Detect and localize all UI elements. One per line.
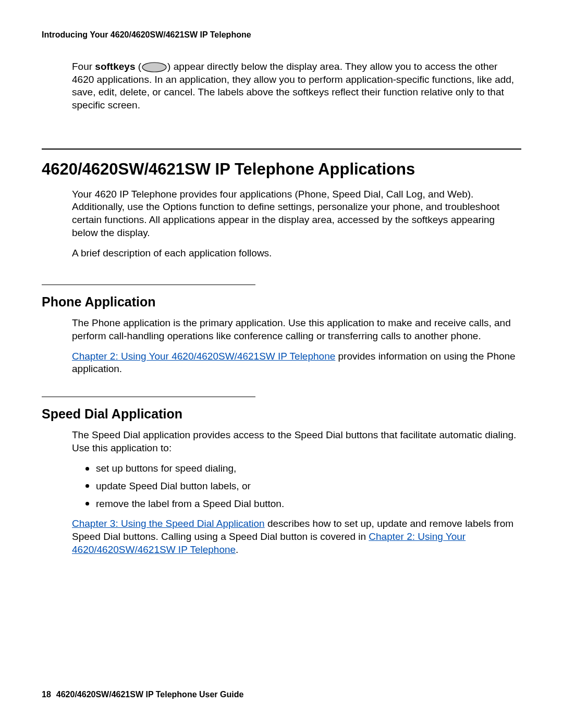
- phone-body: The Phone application is the primary app…: [72, 317, 521, 376]
- speed-bullet-list: set up buttons for speed dialing, update…: [72, 462, 521, 510]
- subsection-title-speed-dial: Speed Dial Application: [42, 406, 521, 422]
- section-para2: A brief description of each application …: [72, 247, 521, 260]
- phone-para2: Chapter 2: Using Your 4620/4620SW/4621SW…: [72, 350, 521, 376]
- section-para1: Your 4620 IP Telephone provides four app…: [72, 188, 521, 240]
- page-footer: 184620/4620SW/4621SW IP Telephone User G…: [42, 690, 243, 699]
- list-item: remove the label from a Speed Dial butto…: [96, 497, 521, 511]
- link-chapter3-speed-dial[interactable]: Chapter 3: Using the Speed Dial Applicat…: [72, 518, 265, 529]
- intro-text-lead-b: (: [135, 61, 141, 72]
- link-chapter2-phone[interactable]: Chapter 2: Using Your 4620/4620SW/4621SW…: [72, 351, 335, 362]
- intro-paragraph: Four softkeys ( ) appear directly below …: [72, 60, 521, 112]
- speed-para2-tail: .: [236, 544, 238, 555]
- list-item: set up buttons for speed dialing,: [96, 462, 521, 475]
- speed-para1: The Speed Dial application provides acce…: [72, 429, 521, 454]
- speed-body: The Speed Dial application provides acce…: [72, 429, 521, 556]
- section-body: Your 4620 IP Telephone provides four app…: [72, 188, 521, 260]
- speed-para2: Chapter 3: Using the Speed Dial Applicat…: [72, 517, 521, 556]
- phone-para1: The Phone application is the primary app…: [72, 317, 521, 342]
- document-page: Introducing Your 4620/4620SW/4621SW IP T…: [0, 0, 563, 728]
- list-item: update Speed Dial button labels, or: [96, 479, 521, 493]
- svg-point-0: [142, 63, 166, 72]
- subsection-divider: [42, 397, 255, 397]
- page-number: 18: [42, 690, 51, 699]
- subsection-title-phone: Phone Application: [42, 294, 521, 310]
- footer-guide-title: 4620/4620SW/4621SW IP Telephone User Gui…: [56, 690, 244, 699]
- subsection-divider: [42, 285, 255, 285]
- section-title-applications: 4620/4620SW/4621SW IP Telephone Applicat…: [42, 149, 521, 179]
- softkey-oval-icon: [141, 62, 167, 72]
- running-header: Introducing Your 4620/4620SW/4621SW IP T…: [42, 30, 521, 40]
- intro-text-lead-a: Four: [72, 61, 95, 72]
- intro-bold-softkeys: softkeys: [95, 61, 135, 72]
